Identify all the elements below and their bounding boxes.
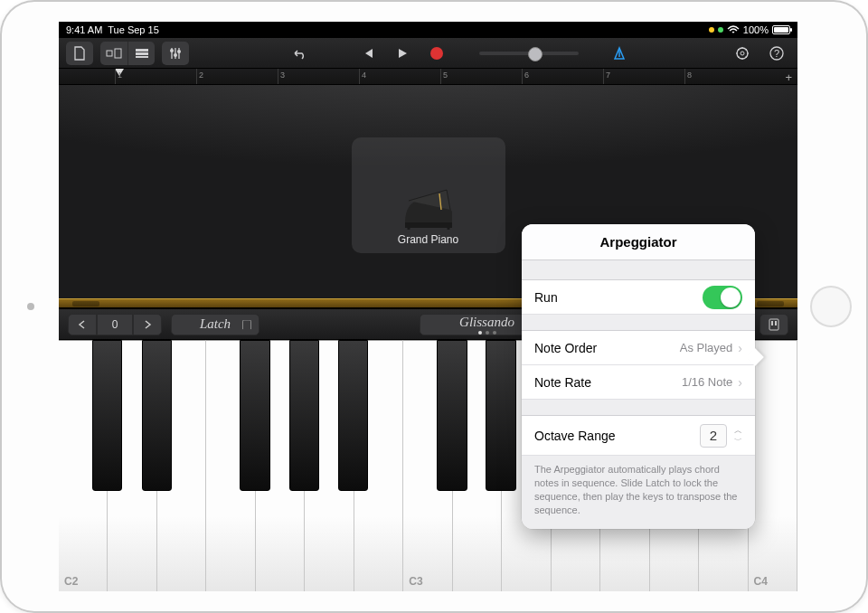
note-rate-label: Note Rate	[534, 375, 682, 390]
black-key[interactable]	[289, 340, 319, 491]
octave-range-up[interactable]: ︿	[734, 427, 742, 435]
svg-rect-1	[115, 49, 121, 58]
octave-value: 0	[97, 314, 133, 335]
record-button[interactable]	[423, 42, 450, 65]
grand-piano-icon	[396, 183, 461, 233]
wifi-icon	[727, 25, 740, 34]
help-button[interactable]: ?	[763, 42, 790, 65]
arpeggiator-popover: Arpeggiator Run Note Order As Played › N…	[522, 224, 755, 529]
octave-range-label: Octave Range	[534, 429, 700, 443]
status-time: 9:41 AM	[66, 24, 102, 35]
popover-spacer	[522, 315, 755, 331]
note-order-value: As Played	[680, 341, 733, 354]
screen: 9:41 AM Tue Sep 15 100%	[59, 22, 797, 591]
black-key[interactable]	[142, 340, 172, 491]
ruler-mark: 4	[359, 69, 366, 84]
popover-spacer	[522, 400, 755, 416]
octave-range-row: Octave Range 2 ︿ ﹀	[522, 416, 755, 456]
status-bar: 9:41 AM Tue Sep 15 100%	[59, 22, 797, 38]
note-order-row[interactable]: Note Order As Played ›	[522, 331, 755, 365]
key-label: C4	[754, 575, 768, 588]
add-section-button[interactable]: +	[785, 71, 792, 84]
undo-button[interactable]	[286, 42, 313, 65]
popover-title: Arpeggiator	[522, 224, 755, 260]
keyboard-layout-icon	[768, 317, 780, 332]
ruler-mark: 1	[115, 69, 122, 84]
octave-down-button[interactable]	[68, 314, 97, 335]
keyboard-layout-button[interactable]	[760, 314, 788, 335]
note-rate-value: 1/16 Note	[682, 375, 732, 389]
chevron-right-icon	[143, 320, 152, 329]
instrument-selector[interactable]: Grand Piano	[352, 137, 505, 253]
home-button[interactable]	[810, 286, 852, 327]
octave-range-value: 2	[700, 424, 727, 448]
black-key[interactable]	[338, 340, 368, 491]
svg-rect-17	[771, 321, 773, 325]
black-key[interactable]	[437, 340, 467, 491]
svg-rect-3	[136, 52, 148, 55]
run-label: Run	[534, 290, 703, 305]
latch-button[interactable]: Latch	[171, 314, 259, 335]
svg-point-9	[741, 52, 744, 55]
record-icon	[430, 47, 443, 60]
black-key[interactable]	[240, 340, 269, 491]
go-to-start-button[interactable]	[354, 42, 382, 65]
app-toolbar: ?	[59, 38, 797, 69]
white-key[interactable]: C4	[749, 340, 797, 591]
key-label: C3	[409, 575, 422, 588]
note-order-label: Note Order	[534, 341, 680, 355]
ruler-mark: 7	[603, 69, 610, 84]
battery-icon	[772, 25, 790, 34]
ruler-mark: 2	[196, 69, 203, 84]
settings-button[interactable]	[729, 42, 756, 65]
octave-up-button[interactable]	[133, 314, 162, 335]
arpeggiator-run-row[interactable]: Run	[522, 280, 755, 315]
note-rate-row[interactable]: Note Rate 1/16 Note ›	[522, 365, 755, 400]
ipad-frame: 9:41 AM Tue Sep 15 100%	[0, 0, 868, 613]
track-controls-button[interactable]	[162, 42, 189, 65]
tracks-view-button[interactable]	[127, 42, 155, 65]
browser-view-button[interactable]	[100, 42, 127, 65]
svg-rect-4	[136, 56, 148, 58]
volume-slider[interactable]	[479, 52, 579, 55]
front-camera	[27, 303, 34, 310]
svg-rect-0	[107, 51, 112, 56]
black-key[interactable]	[92, 340, 122, 491]
status-indicator-yellow	[709, 27, 714, 33]
popover-description: The Arpeggiator automatically plays chor…	[522, 456, 755, 529]
svg-rect-18	[775, 321, 777, 325]
metronome-button[interactable]	[606, 42, 633, 65]
chevron-left-icon	[78, 320, 87, 329]
popover-spacer	[522, 260, 755, 280]
play-button[interactable]	[389, 42, 416, 65]
my-songs-button[interactable]	[66, 42, 93, 65]
timeline-ruler[interactable]: 1 2 3 4 5 6 7 8 +	[59, 69, 797, 85]
status-date: Tue Sep 15	[108, 24, 158, 35]
svg-rect-2	[136, 49, 148, 52]
ruler-mark: 6	[522, 69, 529, 84]
run-toggle[interactable]	[703, 286, 742, 309]
svg-text:?: ?	[774, 48, 779, 59]
svg-point-5	[170, 49, 174, 52]
svg-point-6	[174, 53, 177, 57]
battery-percent: 100%	[743, 24, 769, 35]
ruler-mark: 5	[440, 69, 448, 84]
chevron-right-icon: ›	[738, 341, 742, 355]
black-key[interactable]	[486, 340, 515, 491]
octave-range-down[interactable]: ﹀	[734, 437, 742, 445]
svg-rect-16	[769, 319, 778, 330]
svg-point-7	[177, 50, 181, 53]
instrument-name: Grand Piano	[398, 233, 458, 246]
status-indicator-green	[718, 27, 723, 33]
chevron-right-icon: ›	[738, 375, 742, 390]
key-label: C2	[64, 575, 78, 588]
ruler-mark: 3	[278, 69, 285, 84]
ruler-mark: 8	[684, 69, 692, 84]
